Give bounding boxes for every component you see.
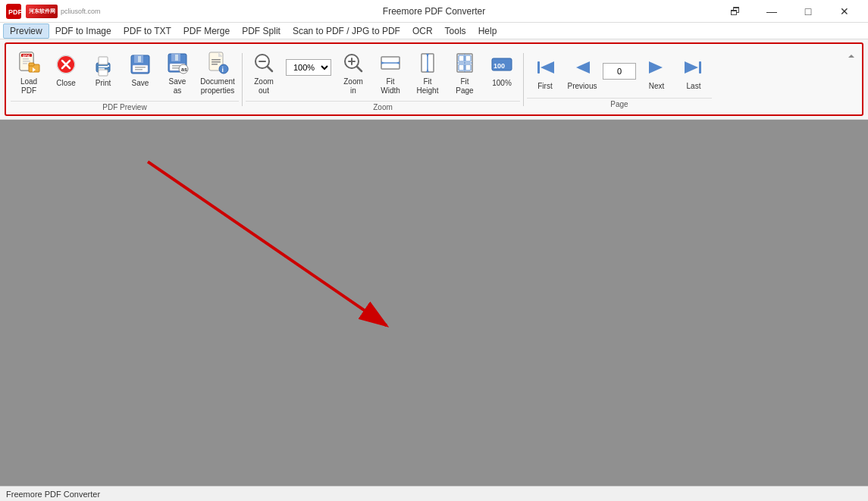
- page-group: First Previous: [527, 51, 712, 108]
- previous-button[interactable]: Previous: [564, 51, 600, 96]
- page-group-label: Page: [527, 98, 712, 108]
- zoom-select[interactable]: 100% 50% 75% 125% 150% 200%: [286, 59, 331, 76]
- menu-tools[interactable]: Tools: [439, 24, 472, 38]
- pdf-preview-group: PDF LoadPDF: [11, 47, 239, 111]
- svg-text:PDF: PDF: [8, 8, 21, 16]
- zoom-in-label: Zoomin: [343, 77, 363, 96]
- svg-marker-69: [576, 61, 590, 74]
- zoom-input-wrap: 100% 50% 75% 125% 150% 200%: [283, 47, 334, 92]
- next-button[interactable]: Next: [638, 51, 675, 96]
- page-buttons: First Previous: [527, 51, 712, 96]
- toolbar-collapse[interactable]: [845, 47, 857, 64]
- title-bar-controls: 🗗 — □ ✕: [718, 0, 862, 23]
- menu-pdf-merge[interactable]: PDF Merge: [177, 24, 236, 38]
- minimize-button[interactable]: —: [754, 0, 789, 23]
- document-icon: i: [205, 51, 230, 75]
- zoom-group-label: Zoom: [246, 101, 520, 111]
- menu-scan-to-pdf[interactable]: Scan to PDF / JPG to PDF: [287, 24, 406, 38]
- svg-rect-33: [172, 67, 180, 69]
- menu-help[interactable]: Help: [472, 24, 503, 38]
- svg-rect-7: [23, 61, 30, 62]
- svg-line-45: [268, 67, 272, 71]
- first-button[interactable]: First: [527, 51, 563, 96]
- zoom-100-label: 100%: [492, 79, 512, 88]
- menu-ocr[interactable]: OCR: [406, 24, 439, 38]
- print-icon: [91, 52, 115, 77]
- svg-text:100: 100: [494, 62, 505, 70]
- separator-2: [523, 53, 524, 106]
- svg-rect-26: [135, 67, 146, 68]
- menu-preview[interactable]: Preview: [3, 23, 49, 39]
- zoom-out-button[interactable]: Zoomout: [246, 47, 282, 99]
- load-pdf-button[interactable]: PDF LoadPDF: [11, 47, 47, 99]
- fit-width-button[interactable]: FitWidth: [372, 47, 409, 99]
- zoom-buttons: Zoomout 100% 50% 75% 125% 150% 200%: [246, 47, 520, 99]
- load-pdf-label: LoadPDF: [20, 77, 37, 96]
- zoom-group: Zoomout 100% 50% 75% 125% 150% 200%: [246, 47, 520, 111]
- fit-width-icon: [378, 51, 403, 75]
- previous-icon: [570, 55, 594, 80]
- svg-marker-73: [848, 55, 854, 58]
- svg-line-75: [148, 161, 387, 325]
- print-label: Print: [96, 79, 111, 88]
- menu-pdf-split[interactable]: PDF Split: [236, 24, 287, 38]
- maximize-button[interactable]: □: [791, 0, 826, 23]
- zoom-out-icon: [252, 51, 276, 75]
- pdf-preview-buttons: PDF LoadPDF: [11, 47, 239, 99]
- svg-rect-24: [138, 56, 141, 62]
- app-wrapper: PDF 河东软件网 pcliusoft.com Freemore PDF Con…: [0, 0, 868, 501]
- page-number-input[interactable]: [603, 63, 636, 80]
- title-bar-title: Freemore PDF Converter: [383, 6, 485, 17]
- svg-text:i: i: [222, 66, 224, 74]
- last-label: Last: [687, 82, 701, 91]
- document-properties-button[interactable]: i Documentproperties: [196, 47, 239, 99]
- close-icon: [54, 52, 78, 77]
- svg-rect-6: [23, 58, 29, 60]
- menu-bar: Preview PDF to Image PDF to TXT PDF Merg…: [0, 23, 868, 39]
- close-window-button[interactable]: ✕: [827, 0, 862, 23]
- zoom-out-label: Zoomout: [254, 77, 274, 96]
- first-icon: [533, 55, 557, 80]
- last-button[interactable]: Last: [675, 51, 712, 96]
- save-as-icon: as: [165, 51, 190, 75]
- save-as-button[interactable]: as Saveas: [159, 47, 196, 99]
- zoom-in-icon: [341, 51, 365, 75]
- zoom-100-button[interactable]: 100 100%: [484, 47, 520, 92]
- status-text: Freemore PDF Converter: [6, 490, 100, 499]
- fit-height-icon: [415, 51, 440, 75]
- load-pdf-icon: PDF: [17, 51, 41, 75]
- close-button[interactable]: Close: [48, 47, 84, 92]
- save-label: Save: [132, 79, 149, 88]
- restore-button[interactable]: 🗗: [718, 0, 753, 23]
- svg-rect-27: [135, 69, 143, 70]
- separator-1: [242, 53, 243, 106]
- fit-page-icon: [453, 51, 477, 75]
- svg-rect-17: [99, 66, 108, 67]
- save-icon: [128, 52, 152, 77]
- page-input-wrap: [601, 51, 638, 96]
- status-bar: Freemore PDF Converter: [0, 486, 868, 501]
- title-bar-left: PDF 河东软件网 pcliusoft.com: [6, 4, 101, 19]
- menu-pdf-to-image[interactable]: PDF to Image: [49, 24, 118, 38]
- svg-rect-8: [23, 63, 27, 64]
- svg-marker-68: [541, 61, 554, 74]
- title-bar: PDF 河东软件网 pcliusoft.com Freemore PDF Con…: [0, 0, 868, 23]
- zoom-100-icon: 100: [490, 52, 514, 77]
- toolbar-container: PDF LoadPDF: [0, 39, 868, 120]
- zoom-in-button[interactable]: Zoomin: [335, 47, 371, 99]
- app-icon: PDF: [6, 4, 21, 19]
- print-button[interactable]: Print: [85, 47, 121, 92]
- save-button[interactable]: Save: [122, 47, 158, 92]
- logo-url: pcliusoft.com: [61, 8, 101, 15]
- svg-marker-70: [649, 61, 663, 74]
- toolbar: PDF LoadPDF: [5, 42, 863, 116]
- menu-pdf-to-txt[interactable]: PDF to TXT: [118, 24, 177, 38]
- svg-rect-19: [99, 57, 108, 64]
- next-icon: [644, 55, 669, 80]
- close-label: Close: [56, 79, 76, 88]
- previous-label: Previous: [568, 82, 597, 91]
- svg-rect-25: [133, 65, 148, 72]
- fit-height-button[interactable]: FitHeight: [409, 47, 446, 99]
- fit-page-button[interactable]: FitPage: [447, 47, 483, 99]
- main-content: [0, 120, 868, 501]
